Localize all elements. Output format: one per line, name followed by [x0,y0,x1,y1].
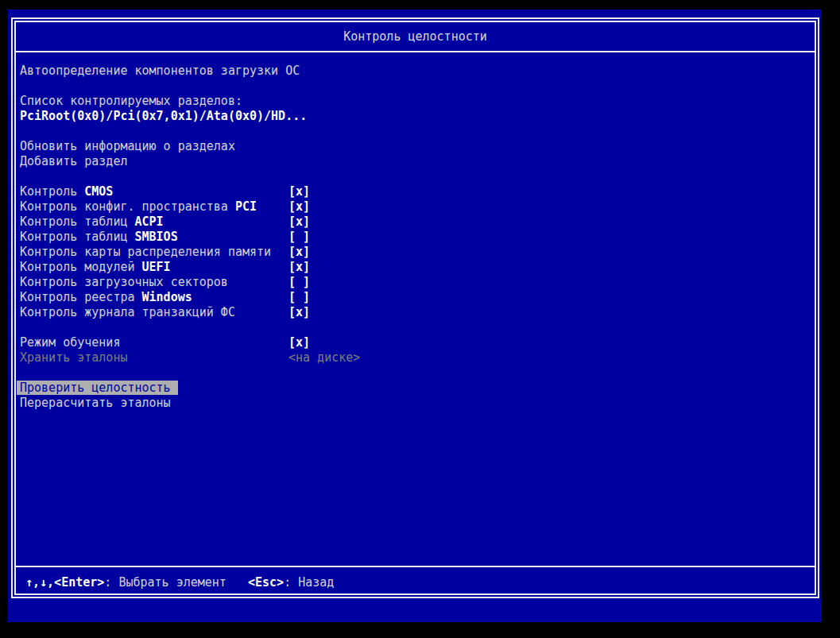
page-title: Контроль целостности [343,29,487,44]
window-frame-outer: Контроль целостности Автоопределение ком… [11,17,819,598]
check-label: Контроль карты распределения памяти [20,245,271,259]
partition-path-item[interactable]: PciRoot(0x0)/Pci(0x7,0x1)/Ata(0x0)/HD... [20,109,815,124]
checkbox-state: [x] [288,260,310,275]
checkbox-state: [ ] [288,275,310,290]
check-label: Контроль журнала транзакций ФС [20,305,235,319]
checkbox-row-windows-registry[interactable]: Контроль реестра Windows[ ] [20,290,815,305]
checkbox-row-uefi-modules[interactable]: Контроль модулей UEFI[x] [20,260,815,275]
nav-keys-hint: ↑,↓,<Enter> [25,575,104,590]
checkbox-row-cmos[interactable]: Контроль CMOS[x] [20,184,815,199]
check-label: Контроль модулей [20,260,142,274]
checkbox-row-memory-map[interactable]: Контроль карты распределения памяти[x] [20,245,815,260]
check-label-em: UEFI [142,260,171,274]
menu-item-verify-integrity[interactable]: Проверить целостность [17,381,178,395]
checkbox-row-learning-mode[interactable]: Режим обучения[x] [20,335,815,350]
title-bar: Контроль целостности [16,22,815,52]
key-hints-bar: ↑,↓,<Enter>: Выбрать элемент <Esc>: Наза… [16,566,815,594]
checkbox-state: [x] [288,215,310,230]
checkbox-row-smbios-tables[interactable]: Контроль таблиц SMBIOS[ ] [20,230,815,245]
hint-spacer [226,575,248,590]
checkbox-state: [x] [288,184,310,199]
menu-item-autodetect-os-components[interactable]: Автоопределение компонентов загрузки ОС [20,64,815,79]
check-label: Контроль таблиц [20,215,135,229]
check-label-em: ACPI [135,215,164,229]
nav-keys-desc: : Выбрать элемент [104,575,226,590]
menu-item-add-partition[interactable]: Добавить раздел [20,154,815,169]
checkbox-row-acpi-tables[interactable]: Контроль таблиц ACPI[x] [20,215,815,230]
spacer-row [20,169,815,184]
check-label: Контроль [20,184,84,199]
checkbox-row-pci-config[interactable]: Контроль конфиг. пространства PCI[x] [20,199,815,215]
spacer-row [20,320,815,335]
integrity-control-window: Контроль целостности Автоопределение ком… [8,10,822,622]
command-row: Проверить целостность [20,381,815,396]
checkbox-state: [x] [288,245,310,260]
checkbox-state: [x] [288,305,310,320]
menu-content: Автоопределение компонентов загрузки ОС … [16,52,815,411]
checkbox-state: [ ] [288,230,310,245]
window-frame-inner: Контроль целостности Автоопределение ком… [14,21,816,595]
check-label-em: CMOS [84,184,113,199]
row-store-etalons: Хранить эталоны<на диске> [20,350,815,365]
checkbox-state: [x] [288,199,310,215]
check-label-em: PCI [235,199,257,214]
checkbox-state: [ ] [288,290,310,305]
option-label: Хранить эталоны [20,350,127,365]
menu-item-recalculate-etalons[interactable]: Перерасчитать эталоны [20,396,815,411]
checkbox-state: [x] [288,335,310,350]
check-label: Контроль загрузочных секторов [20,275,228,289]
check-label-em: Windows [142,290,192,304]
spacer-row [20,79,815,94]
check-label: Контроль таблиц [20,230,135,244]
esc-key-hint: <Esc> [248,575,284,590]
check-label: Контроль конфиг. пространства [20,199,235,214]
menu-item-update-partition-info[interactable]: Обновить информацию о разделах [20,139,815,154]
check-label-em: SMBIOS [135,230,178,244]
checkbox-row-boot-sectors[interactable]: Контроль загрузочных секторов[ ] [20,275,815,290]
partitions-list-label: Список контролируемых разделов: [20,94,815,109]
spacer-row [20,124,815,139]
esc-key-desc: : Назад [284,575,334,590]
check-label: Контроль реестра [20,290,142,304]
checkbox-row-fs-transaction-log[interactable]: Контроль журнала транзакций ФС[x] [20,305,815,320]
spacer-row [20,365,815,381]
option-value: <на диске> [288,350,360,365]
check-label: Режим обучения [20,335,120,350]
